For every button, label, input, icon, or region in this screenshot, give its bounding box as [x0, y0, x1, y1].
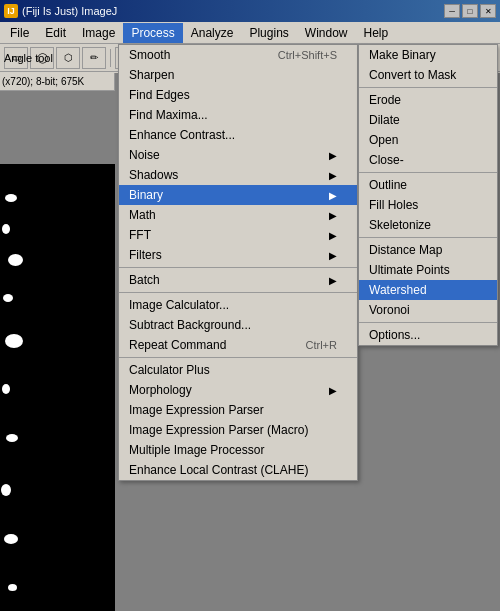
- tool-freehand[interactable]: ✏: [82, 47, 106, 69]
- binary-separator-4: [359, 322, 497, 323]
- menu-separator-3: [119, 357, 357, 358]
- app-icon: IJ: [4, 4, 18, 18]
- menu-sharpen[interactable]: Sharpen: [119, 65, 357, 85]
- binary-skeletonize[interactable]: Skeletonize: [359, 215, 497, 235]
- binary-outline[interactable]: Outline: [359, 175, 497, 195]
- binary-options[interactable]: Options...: [359, 325, 497, 345]
- binary-distance-map[interactable]: Distance Map: [359, 240, 497, 260]
- menu-calculator-plus[interactable]: Calculator Plus: [119, 360, 357, 380]
- menu-separator-2: [119, 292, 357, 293]
- menu-smooth[interactable]: Smooth Ctrl+Shift+S: [119, 45, 357, 65]
- menu-binary[interactable]: Binary ▶: [119, 185, 357, 205]
- tool-polygon[interactable]: ⬡: [56, 47, 80, 69]
- menu-subtract-background[interactable]: Subtract Background...: [119, 315, 357, 335]
- window-controls: ─ □ ✕: [444, 4, 496, 18]
- binary-ultimate-points[interactable]: Ultimate Points: [359, 260, 497, 280]
- process-menu: Smooth Ctrl+Shift+S Sharpen Find Edges F…: [118, 44, 358, 481]
- menu-separator-1: [119, 267, 357, 268]
- menu-analyze[interactable]: Analyze: [183, 23, 242, 43]
- maximize-button[interactable]: □: [462, 4, 478, 18]
- menu-plugins[interactable]: Plugins: [241, 23, 296, 43]
- menu-process[interactable]: Process: [123, 23, 182, 43]
- binary-submenu: Make Binary Convert to Mask Erode Dilate…: [358, 44, 498, 346]
- menu-image-expr-parser[interactable]: Image Expression Parser: [119, 400, 357, 420]
- menu-filters[interactable]: Filters ▶: [119, 245, 357, 265]
- menu-multiple-image-processor[interactable]: Multiple Image Processor: [119, 440, 357, 460]
- binary-voronoi[interactable]: Voronoi: [359, 300, 497, 320]
- menu-clahe[interactable]: Enhance Local Contrast (CLAHE): [119, 460, 357, 480]
- menu-repeat-command[interactable]: Repeat Command Ctrl+R: [119, 335, 357, 355]
- window-title: (Fiji Is Just) ImageJ: [22, 5, 117, 17]
- binary-dilate[interactable]: Dilate: [359, 110, 497, 130]
- menu-batch[interactable]: Batch ▶: [119, 270, 357, 290]
- menu-image-calculator[interactable]: Image Calculator...: [119, 295, 357, 315]
- close-button[interactable]: ✕: [480, 4, 496, 18]
- binary-convert-to-mask[interactable]: Convert to Mask: [359, 65, 497, 85]
- angle-label: Angle tool: [4, 52, 53, 64]
- menu-file[interactable]: File: [2, 23, 37, 43]
- menu-find-maxima[interactable]: Find Maxima...: [119, 105, 357, 125]
- binary-fill-holes[interactable]: Fill Holes: [359, 195, 497, 215]
- menu-math[interactable]: Math ▶: [119, 205, 357, 225]
- binary-watershed[interactable]: Watershed: [359, 280, 497, 300]
- binary-close[interactable]: Close-: [359, 150, 497, 170]
- status-bar: (x720); 8-bit; 675K: [0, 73, 115, 91]
- menu-bar: File Edit Image Process Analyze Plugins …: [0, 22, 500, 44]
- minimize-button[interactable]: ─: [444, 4, 460, 18]
- menu-window[interactable]: Window: [297, 23, 356, 43]
- title-bar-left: IJ (Fiji Is Just) ImageJ: [4, 4, 117, 18]
- menu-morphology[interactable]: Morphology ▶: [119, 380, 357, 400]
- binary-separator-3: [359, 237, 497, 238]
- binary-separator-1: [359, 87, 497, 88]
- binary-erode[interactable]: Erode: [359, 90, 497, 110]
- menu-shadows[interactable]: Shadows ▶: [119, 165, 357, 185]
- toolbar-divider-1: [110, 49, 111, 67]
- title-bar: IJ (Fiji Is Just) ImageJ ─ □ ✕: [0, 0, 500, 22]
- menu-help[interactable]: Help: [356, 23, 397, 43]
- menu-enhance-contrast[interactable]: Enhance Contrast...: [119, 125, 357, 145]
- menu-image[interactable]: Image: [74, 23, 123, 43]
- menu-noise[interactable]: Noise ▶: [119, 145, 357, 165]
- menu-edit[interactable]: Edit: [37, 23, 74, 43]
- binary-make-binary[interactable]: Make Binary: [359, 45, 497, 65]
- binary-separator-2: [359, 172, 497, 173]
- binary-open[interactable]: Open: [359, 130, 497, 150]
- menu-image-expr-parser-macro[interactable]: Image Expression Parser (Macro): [119, 420, 357, 440]
- menu-find-edges[interactable]: Find Edges: [119, 85, 357, 105]
- menu-fft[interactable]: FFT ▶: [119, 225, 357, 245]
- coords-display: (x720); 8-bit; 675K: [2, 76, 84, 87]
- image-canvas: [0, 164, 115, 611]
